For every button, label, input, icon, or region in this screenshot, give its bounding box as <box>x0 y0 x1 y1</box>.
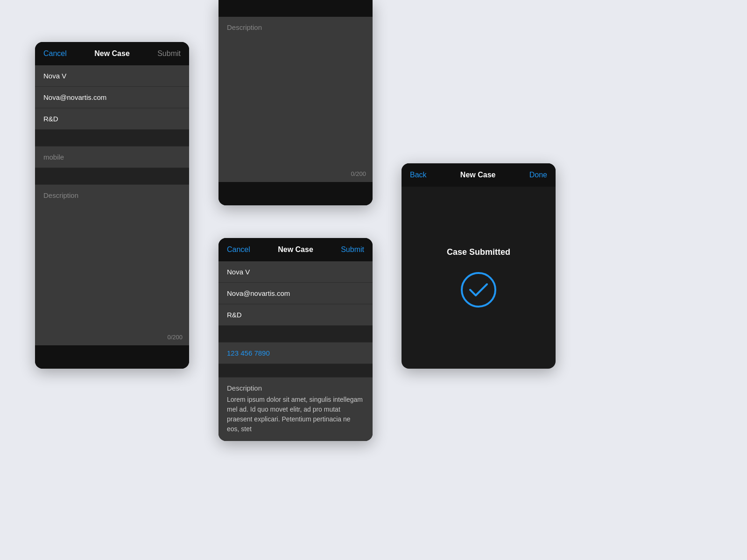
screen3-phone-field[interactable]: 123 456 7890 <box>218 343 373 364</box>
screen1-department-field[interactable]: R&D <box>35 108 189 130</box>
screen1-description-area[interactable]: Description 0/200 <box>35 185 189 345</box>
screen4-nav: Back New Case Done <box>402 163 556 187</box>
check-circle-icon <box>460 271 497 308</box>
screen1-cancel-button[interactable]: Cancel <box>43 49 67 58</box>
screen2-counter: 0/200 <box>351 170 366 177</box>
case-submitted-content: Case Submitted <box>402 187 556 369</box>
screen4-back-button[interactable]: Back <box>410 171 427 179</box>
screen1-dark-divider-1 <box>35 130 189 147</box>
screen3-dark-divider-2 <box>218 364 373 378</box>
screen1-dark-divider-2 <box>35 168 189 185</box>
screen3-description-text: Lorem ipsum dolor sit amet, singulis int… <box>227 395 364 434</box>
screen2-bottom-bar <box>218 182 373 205</box>
screen-4-submitted: Back New Case Done Case Submitted <box>402 163 556 369</box>
screen1-submit-button[interactable]: Submit <box>157 49 181 58</box>
screen1-title: New Case <box>94 49 130 58</box>
screen2-description-area[interactable]: Description 0/200 <box>218 17 373 182</box>
screen3-description-area[interactable]: Description Lorem ipsum dolor sit amet, … <box>218 378 373 441</box>
screen3-email-field[interactable]: Nova@novartis.com <box>218 283 373 304</box>
screen1-email-field[interactable]: Nova@novartis.com <box>35 87 189 108</box>
screen-3-form-filled: Cancel New Case Submit Nova V Nova@novar… <box>218 238 373 441</box>
screen3-nav: Cancel New Case Submit <box>218 238 373 261</box>
screen-1-form: Cancel New Case Submit Nova V Nova@novar… <box>35 42 189 369</box>
screen4-title: New Case <box>460 171 496 179</box>
screen-2-description: Description 0/200 <box>218 0 373 205</box>
screen1-bottom-bar <box>35 345 189 369</box>
screen1-name-field[interactable]: Nova V <box>35 65 189 87</box>
screen1-nav: Cancel New Case Submit <box>35 42 189 65</box>
screen3-name-field[interactable]: Nova V <box>218 261 373 283</box>
case-submitted-label: Case Submitted <box>447 247 510 257</box>
screen2-description-placeholder: Description <box>227 23 262 31</box>
screen3-dark-divider-1 <box>218 326 373 343</box>
screen2-top-bar <box>218 0 373 17</box>
screen4-done-button[interactable]: Done <box>529 171 547 179</box>
svg-point-0 <box>462 273 495 307</box>
screen1-counter: 0/200 <box>167 334 183 341</box>
screen1-mobile-field[interactable]: mobile <box>35 147 189 168</box>
screen1-description-placeholder: Description <box>43 191 78 199</box>
screen3-title: New Case <box>278 245 313 254</box>
screen3-cancel-button[interactable]: Cancel <box>227 245 250 254</box>
screen3-description-label: Description <box>227 384 364 392</box>
screen3-submit-button[interactable]: Submit <box>341 245 364 254</box>
screen3-department-field[interactable]: R&D <box>218 304 373 326</box>
